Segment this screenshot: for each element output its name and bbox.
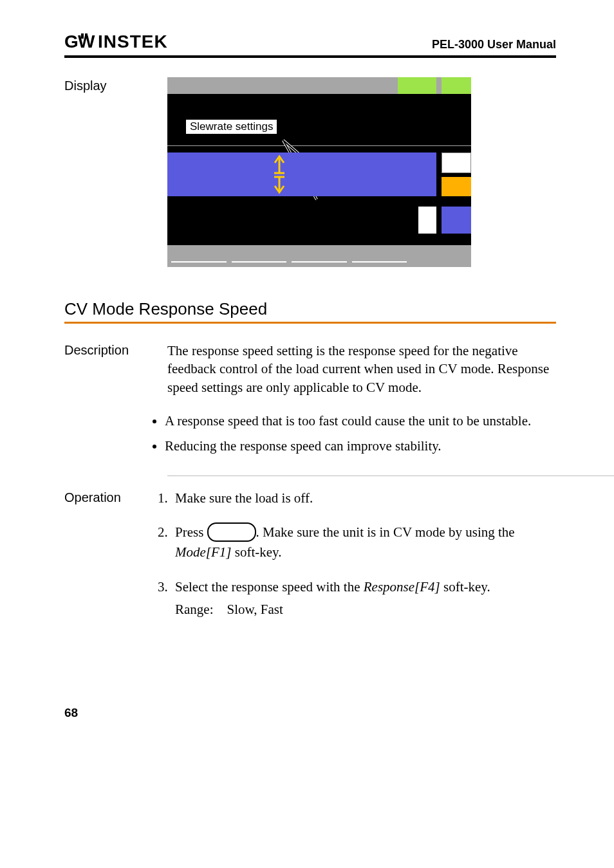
operation-steps: Make sure the load is off. Press . Make … [154,489,556,620]
screen-lowrow [167,207,471,234]
description-paragraph: The response speed setting is the respon… [167,342,556,396]
svg-rect-3 [85,33,88,39]
step-item: Select the response speed with the Respo… [171,578,556,620]
step-item: Make sure the load is off. [171,489,556,508]
display-label: Display [64,77,167,93]
svg-rect-2 [81,33,84,39]
section-divider [64,322,556,324]
header-divider [64,55,556,58]
brand-logo: G W INSTEK [64,32,180,51]
screen-midrow [167,152,471,196]
screen-softkeys [167,245,471,267]
softkey-ref: Mode[F1] [175,544,232,560]
page-header: G W INSTEK PEL-3000 User Manual [64,32,556,51]
manual-title: PEL-3000 User Manual [432,38,556,51]
slewrate-arrows-icon [270,154,290,195]
section-heading: CV Mode Response Speed [64,299,556,319]
screen-topbar [167,77,471,94]
description-bullets: A response speed that is too fast could … [149,412,556,456]
operation-label: Operation [64,489,167,505]
svg-text:INSTEK: INSTEK [98,32,168,51]
thin-divider [167,476,614,476]
svg-text:G: G [64,32,79,51]
description-label: Description [64,342,167,358]
range-label: Range: [175,602,213,617]
softkey-ref: Response[F4] [364,579,440,595]
button-placeholder-icon [207,522,256,542]
slewrate-callout: Slewrate settings [185,119,277,134]
bullet-item: A response speed that is too fast could … [165,412,556,430]
range-value: Slow, Fast [227,602,283,617]
step-item: Press . Make sure the unit is in CV mode… [171,523,556,562]
page-number: 68 [64,706,556,720]
bullet-item: Reducing the response speed can improve … [165,437,556,456]
device-screenshot: Slewrate settings [167,77,471,267]
